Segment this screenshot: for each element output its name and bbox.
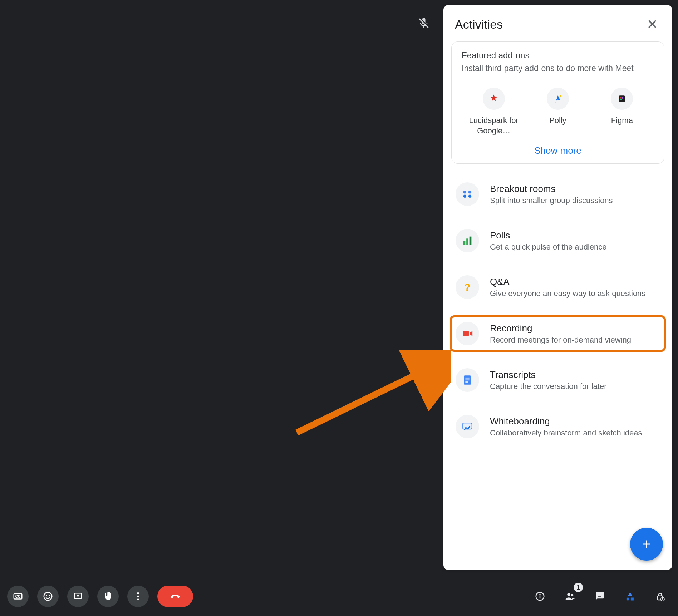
show-more-addons[interactable]: Show more [462, 145, 654, 156]
svg-text:?: ? [464, 281, 470, 293]
breakout-icon [456, 182, 479, 206]
left-controls: CC [7, 586, 193, 607]
svg-point-5 [463, 191, 467, 194]
polls-icon [456, 229, 479, 252]
addon-label: Figma [611, 115, 633, 126]
activities-panel: Activities ✕ Featured add-ons Install th… [443, 5, 672, 570]
activity-qa[interactable]: ? Q&A Give everyone an easy way to ask q… [452, 271, 664, 303]
svg-point-42 [662, 598, 663, 599]
svg-rect-30 [540, 596, 541, 599]
featured-addons-card: Featured add-ons Install third-party add… [451, 41, 664, 164]
svg-marker-37 [628, 592, 633, 596]
raise-hand-icon [103, 591, 113, 602]
lucidspark-icon [483, 88, 505, 110]
reactions-button[interactable] [37, 586, 59, 607]
svg-text:CC: CC [15, 595, 20, 598]
add-activity-button[interactable] [630, 528, 663, 561]
figma-icon [611, 88, 633, 110]
polly-icon [547, 88, 569, 110]
info-icon [535, 591, 545, 602]
svg-point-23 [46, 595, 47, 596]
addon-lucidspark[interactable]: Lucidspark for Google… [462, 88, 526, 136]
svg-rect-13 [463, 331, 469, 336]
meeting-details-button[interactable] [529, 586, 551, 607]
addon-label: Lucidspark for Google… [462, 115, 526, 136]
svg-rect-35 [598, 595, 603, 595]
close-panel-button[interactable]: ✕ [644, 16, 661, 33]
svg-point-24 [49, 595, 50, 596]
addon-polly[interactable]: Polly [526, 88, 590, 126]
chat-button[interactable] [589, 586, 611, 607]
present-icon [73, 591, 83, 602]
svg-point-22 [44, 592, 52, 601]
svg-point-31 [539, 594, 540, 595]
svg-point-3 [622, 97, 623, 99]
whiteboard-icon [456, 415, 479, 438]
svg-rect-10 [466, 239, 468, 245]
activity-title: Polls [490, 230, 607, 241]
mic-muted-icon [415, 14, 433, 32]
activity-title: Whiteboarding [490, 416, 642, 427]
participant-count-badge: 1 [574, 583, 583, 592]
people-icon [565, 591, 575, 602]
captions-icon: CC [13, 591, 23, 602]
activity-polls[interactable]: Polls Get a quick pulse of the audience [452, 225, 664, 257]
activities-button[interactable] [619, 586, 641, 607]
activity-desc: Get a quick pulse of the audience [490, 242, 607, 252]
svg-point-8 [468, 195, 472, 198]
svg-point-2 [620, 97, 622, 99]
panel-header: Activities ✕ [443, 16, 672, 41]
addons-row: Lucidspark for Google… Polly Figma [462, 88, 654, 136]
activity-desc: Split into smaller group discussions [490, 196, 613, 205]
svg-point-26 [137, 592, 139, 594]
addons-subheading: Install third-party add-ons to do more w… [462, 63, 654, 74]
addons-heading: Featured add-ons [462, 50, 654, 60]
activity-desc: Capture the conversation for later [490, 382, 607, 391]
svg-rect-39 [631, 598, 634, 601]
svg-rect-36 [598, 596, 601, 597]
call-toolbar: CC 1 [0, 577, 678, 616]
activity-desc: Record meetings for on-demand viewing [490, 335, 631, 345]
svg-point-33 [571, 594, 573, 596]
host-controls-button[interactable] [649, 586, 671, 607]
participants-button[interactable]: 1 [559, 586, 581, 607]
recording-icon [456, 322, 479, 345]
svg-point-7 [463, 195, 467, 198]
svg-point-28 [137, 598, 139, 600]
phone-hangup-icon [169, 590, 181, 602]
svg-point-0 [560, 95, 561, 97]
activity-breakout-rooms[interactable]: Breakout rooms Split into smaller group … [452, 178, 664, 210]
activity-title: Transcripts [490, 369, 607, 380]
activity-whiteboarding[interactable]: Whiteboarding Collaboratively brainstorm… [452, 410, 664, 443]
svg-point-4 [620, 99, 622, 100]
more-vert-icon [133, 591, 143, 602]
svg-rect-17 [465, 382, 468, 383]
right-controls: 1 [529, 586, 671, 607]
more-options-button[interactable] [127, 586, 149, 607]
svg-rect-15 [465, 378, 469, 379]
activity-title: Q&A [490, 276, 645, 287]
addon-figma[interactable]: Figma [590, 88, 654, 126]
svg-rect-16 [465, 380, 469, 381]
activity-transcripts[interactable]: Transcripts Capture the conversation for… [452, 364, 664, 396]
transcripts-icon [456, 368, 479, 392]
captions-button[interactable]: CC [7, 586, 29, 607]
close-icon: ✕ [647, 16, 658, 32]
activity-title: Recording [490, 323, 631, 334]
activities-icon [625, 591, 635, 602]
qa-icon: ? [456, 275, 479, 299]
svg-point-6 [468, 191, 472, 194]
activity-desc: Collaboratively brainstorm and sketch id… [490, 428, 642, 438]
raise-hand-button[interactable] [97, 586, 119, 607]
svg-point-38 [627, 598, 629, 601]
plus-icon [640, 538, 653, 551]
activity-desc: Give everyone an easy way to ask questio… [490, 289, 645, 298]
activity-list: Breakout rooms Split into smaller group … [443, 178, 672, 443]
svg-point-32 [567, 593, 570, 596]
svg-rect-11 [470, 237, 472, 245]
svg-rect-1 [619, 96, 625, 102]
present-button[interactable] [67, 586, 89, 607]
end-call-button[interactable] [157, 586, 193, 607]
svg-point-27 [137, 596, 139, 597]
activity-recording[interactable]: Recording Record meetings for on-demand … [452, 317, 664, 350]
